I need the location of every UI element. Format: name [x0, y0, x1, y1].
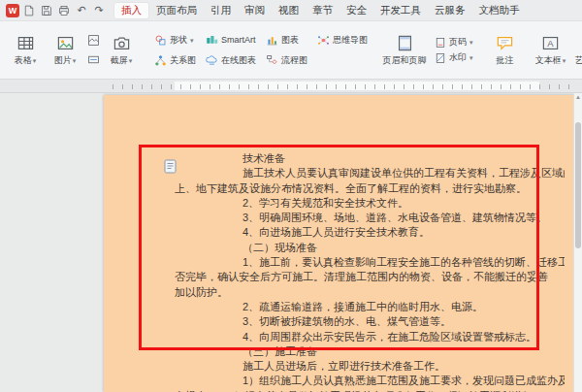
chevron-down-icon: ▾: [469, 39, 473, 46]
save-icon[interactable]: [39, 3, 54, 18]
relation-diagram-icon: [154, 54, 167, 67]
print-icon[interactable]: [56, 3, 72, 18]
screenshot-label: 截屏: [111, 54, 128, 67]
page-number-icon: [435, 37, 446, 49]
picture-extra-buttons: [85, 33, 101, 68]
chevron-down-icon: ▾: [190, 37, 194, 44]
tab-section[interactable]: 章节: [306, 2, 340, 19]
doc-line: 否完毕，确认安全后方可施工。清理施工范围内的物资、设备，不能搬迁的妥善: [175, 270, 565, 284]
insert-picture-button[interactable]: 图片▾: [46, 25, 84, 76]
watermark-icon: [435, 52, 446, 64]
tab-doc-assistant[interactable]: 文档助手: [472, 2, 527, 19]
svg-text:A: A: [547, 38, 554, 49]
shapes-label: 形状: [170, 34, 187, 47]
shapes-icon: [154, 34, 167, 47]
ribbon-group-media: 表格▾ 图片▾ 截屏▾: [2, 22, 145, 78]
doc-line: （三）施工准备: [175, 344, 565, 359]
doc-line: 加以防护。: [175, 285, 565, 300]
doc-line: 1）组织施工人员认真熟悉施工范围及施工要求，发现问题已成监办及业: [175, 374, 565, 388]
tab-security[interactable]: 安全: [340, 2, 373, 19]
vertical-scrollbar[interactable]: ▲: [573, 93, 582, 392]
doc-line: 1、施工前，要认真检查影响工程安全施工的各种管线的切断、迁移工作是: [175, 255, 565, 270]
doc-line: 3、明确周围环境、场地、道路、水电设备管道、建筑物情况等。: [175, 211, 565, 225]
chart-icon: [266, 34, 278, 47]
camera-icon: [113, 33, 131, 52]
chevron-down-icon: ▾: [129, 57, 133, 64]
table-label: 表格: [15, 54, 32, 67]
ribbon-group-header-footer: 页眉和页脚 页码 ▾ 水印 ▾: [377, 22, 483, 78]
wordart-label: 艺术字: [575, 54, 582, 67]
doc-line: 4、向进场施工人员进行安全技术教育。: [175, 225, 565, 240]
textbox-button[interactable]: A 文本框▾: [532, 25, 570, 76]
mindmap-button[interactable]: 思维导图: [313, 34, 372, 47]
ruler-ticks: [104, 84, 573, 89]
textbox-label: 文本框: [535, 54, 562, 67]
document-page[interactable]: 技术准备 施工技术人员要认真审阅建设单位供的工程有关资料，工程涉及区域的地 上、…: [104, 95, 574, 392]
flowchart-icon: [266, 54, 278, 67]
scrollbar-thumb[interactable]: [575, 122, 581, 248]
header-footer-label: 页眉和页脚: [383, 54, 427, 67]
redo-icon[interactable]: ↷: [91, 3, 107, 18]
tab-developer[interactable]: 开发工具: [373, 2, 428, 19]
tab-references[interactable]: 引用: [204, 2, 238, 19]
online-chart-icon: [206, 54, 218, 67]
picture-label: 图片: [54, 54, 72, 67]
smartart-label: SmartArt: [221, 35, 256, 45]
tab-cloud[interactable]: 云服务: [428, 2, 472, 19]
comment-button[interactable]: 批注: [489, 25, 522, 76]
watermark-button[interactable]: 水印 ▾: [431, 51, 477, 64]
header-footer-button[interactable]: 页眉和页脚: [381, 25, 428, 76]
menu-bar: W ↶ ↷ 插入 页面布局 引用 审阅 视图 章节 安全 开发工具 云服务 文档…: [0, 0, 582, 21]
picture-icon: [56, 33, 75, 52]
comment-label: 批注: [497, 54, 514, 67]
undo-icon[interactable]: ↶: [74, 3, 89, 18]
mindmap-icon: [317, 34, 330, 47]
wordart-button[interactable]: A 艺术字▾: [571, 25, 582, 76]
scanner-icon[interactable]: [85, 52, 101, 68]
chevron-down-icon: ▾: [469, 54, 473, 61]
photo-album-icon[interactable]: [85, 33, 101, 49]
ribbon-toolbar: 表格▾ 图片▾ 截屏▾: [0, 21, 582, 80]
chart-label: 图表: [281, 34, 299, 47]
tab-insert[interactable]: 插入: [113, 2, 149, 19]
doc-line: 3、切断被拆建筑物的水、电、煤气管道等。: [175, 314, 565, 329]
doc-line: 2、疏通运输道路，接通施工中的临时用水、电源。: [175, 300, 565, 314]
doc-line: 施工人员进场后，立即进行技术准备工作。: [175, 359, 565, 374]
flowchart-label: 流程图: [281, 54, 307, 67]
page-number-button[interactable]: 页码 ▾: [431, 36, 477, 49]
doc-line: 技术准备: [175, 151, 565, 166]
document-canvas: 技术准备 施工技术人员要认真审阅建设单位供的工程有关资料，工程涉及区域的地 上、…: [0, 93, 582, 392]
horizontal-ruler: [0, 80, 582, 93]
ribbon-group-text: A 文本框▾ A 艺术字▾ Ω 符号▾: [528, 22, 582, 78]
mindmap-label: 思维导图: [333, 34, 368, 47]
scroll-up-arrow-icon[interactable]: ▲: [574, 94, 582, 100]
chart-button[interactable]: 图表: [262, 34, 311, 47]
tab-review[interactable]: 审阅: [238, 2, 272, 19]
document-text[interactable]: 技术准备 施工技术人员要认真审阅建设单位供的工程有关资料，工程涉及区域的地 上、…: [104, 95, 574, 392]
watermark-label: 水印: [449, 51, 467, 64]
file-icon[interactable]: [21, 3, 37, 18]
tab-page-layout[interactable]: 页面布局: [149, 2, 204, 19]
ribbon-tabs: 插入 页面布局 引用 审阅 视图 章节 安全 开发工具 云服务 文档助手: [113, 2, 527, 19]
doc-line: （二）现场准备: [175, 241, 565, 255]
comment-icon: [496, 33, 514, 52]
doc-line: 2、学习有关规范和安全技术文件。: [175, 196, 565, 211]
online-chart-label: 在线图表: [221, 54, 256, 67]
relation-diagram-button[interactable]: 关系图: [150, 54, 200, 67]
flowchart-button[interactable]: 流程图: [262, 54, 311, 67]
insert-table-button[interactable]: 表格▾: [6, 25, 45, 76]
chevron-down-icon: ▾: [33, 57, 37, 64]
doc-line: 施工技术人员要认真审阅建设单位供的工程有关资料，工程涉及区域的地: [175, 166, 565, 180]
smartart-button[interactable]: SmartArt: [202, 34, 260, 47]
online-chart-button[interactable]: 在线图表: [202, 54, 260, 67]
relation-diagram-label: 关系图: [170, 54, 196, 67]
header-footer-icon: [396, 33, 414, 52]
chevron-down-icon: ▾: [563, 57, 566, 64]
textbox-icon: A: [541, 33, 560, 52]
wps-logo-icon[interactable]: W: [6, 4, 19, 17]
screenshot-button[interactable]: 截屏▾: [102, 25, 141, 76]
doc-line: 4、向周围群众出示安民告示，在施工危险区域设置警戒标志。: [175, 330, 565, 344]
shapes-button[interactable]: 形状 ▾: [150, 34, 200, 47]
doc-line: 上、地下建筑及设施分布情况资料。全面了解工程的资料，进行实地勘察。: [175, 181, 565, 196]
tab-view[interactable]: 视图: [272, 2, 306, 19]
